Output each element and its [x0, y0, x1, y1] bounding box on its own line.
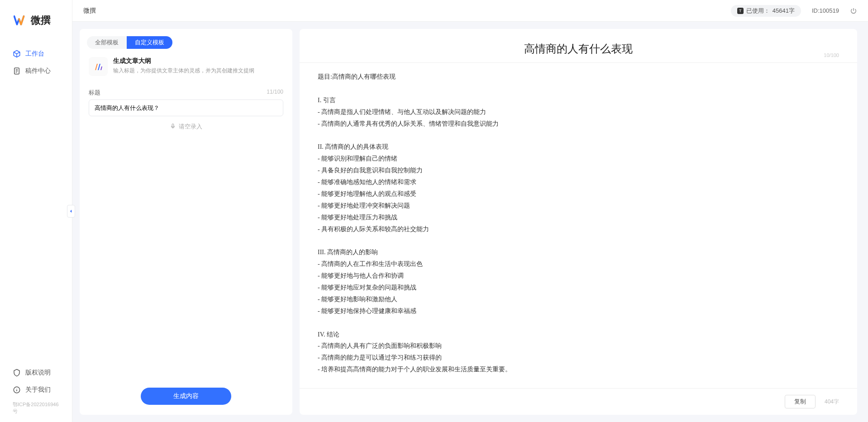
- topbar: 微撰 T 已使用： 45641字 ID:100519: [72, 0, 868, 22]
- char-count: 404字: [825, 398, 839, 406]
- template-tabs: 全部模板 自定义模板: [80, 29, 292, 49]
- info-icon: [13, 386, 21, 394]
- sidebar-bottom: 版权说明 关于我们 鄂ICP备2022016946号: [0, 364, 72, 422]
- page-title: 微撰: [83, 7, 96, 15]
- nav-item-copyright[interactable]: 版权说明: [0, 364, 72, 381]
- title-label: 标题: [89, 89, 100, 97]
- template-card: 生成文章大纲 输入标题，为你提供文章主体的灵感，并为其创建推文提纲: [80, 49, 292, 84]
- input-panel: 全部模板 自定义模板 生成文章大纲 输入标题，为你提供文章主体的灵感，并为其创建…: [80, 29, 292, 415]
- shield-icon: [13, 369, 21, 377]
- template-icon: [89, 57, 108, 76]
- output-panel: 高情商的人有什么表现 10/100 题目:高情商的人有哪些表现 I. 引言 - …: [300, 29, 857, 415]
- template-desc: 输入标题，为你提供文章主体的灵感，并为其创建推文提纲: [113, 67, 254, 75]
- usage-value: 45641字: [773, 7, 795, 15]
- cube-icon: [13, 50, 21, 58]
- mic-icon: [170, 123, 176, 131]
- logo: 微撰: [0, 14, 72, 41]
- usage-badge: T 已使用： 45641字: [731, 5, 801, 17]
- usage-icon: T: [737, 8, 744, 14]
- nav-label: 关于我们: [25, 386, 51, 394]
- title-input[interactable]: [89, 100, 283, 116]
- output-body: 题目:高情商的人有哪些表现 I. 引言 - 高情商是指人们处理情绪、与他人互动以…: [300, 63, 857, 388]
- document-icon: [13, 67, 21, 75]
- nav-label: 工作台: [25, 50, 44, 58]
- brand-name: 微撰: [31, 14, 51, 27]
- main: 微撰 T 已使用： 45641字 ID:100519 全部模板 自定义模板: [72, 0, 868, 422]
- tab-all-templates[interactable]: 全部模板: [87, 36, 127, 49]
- output-title: 高情商的人有什么表现: [318, 42, 839, 56]
- nav: 工作台 稿件中心: [0, 41, 72, 364]
- tab-custom-templates[interactable]: 自定义模板: [127, 36, 172, 49]
- topbar-right: T 已使用： 45641字 ID:100519: [731, 5, 857, 17]
- template-title: 生成文章大纲: [113, 57, 254, 65]
- svg-rect-2: [172, 123, 174, 127]
- nav-item-about[interactable]: 关于我们: [0, 381, 72, 398]
- output-footer: 复制 404字: [300, 388, 857, 415]
- user-id: ID:100519: [812, 7, 839, 14]
- title-counter: 11/100: [267, 89, 283, 97]
- sidebar: 微撰 工作台 稿件中心 版权说明: [0, 0, 72, 422]
- icp-link[interactable]: 鄂ICP备2022016946号: [0, 398, 72, 415]
- nav-label: 稿件中心: [25, 67, 51, 75]
- voice-label: 请空录入: [179, 123, 202, 131]
- logo-icon: [14, 14, 27, 27]
- copy-button[interactable]: 复制: [785, 395, 816, 408]
- sidebar-collapse-button[interactable]: [67, 205, 75, 218]
- usage-prefix: 已使用：: [746, 7, 770, 15]
- content-area: 全部模板 自定义模板 生成文章大纲 输入标题，为你提供文章主体的灵感，并为其创建…: [72, 22, 868, 422]
- output-title-counter: 10/100: [824, 52, 839, 58]
- generate-button[interactable]: 生成内容: [141, 388, 231, 405]
- voice-input-button[interactable]: 请空录入: [89, 116, 283, 137]
- nav-item-workspace[interactable]: 工作台: [0, 45, 72, 62]
- power-icon[interactable]: [850, 7, 857, 14]
- output-header: 高情商的人有什么表现 10/100: [300, 29, 857, 63]
- nav-item-drafts[interactable]: 稿件中心: [0, 62, 72, 80]
- nav-label: 版权说明: [25, 369, 51, 377]
- form-section: 标题 11/100 请空录入: [80, 84, 292, 380]
